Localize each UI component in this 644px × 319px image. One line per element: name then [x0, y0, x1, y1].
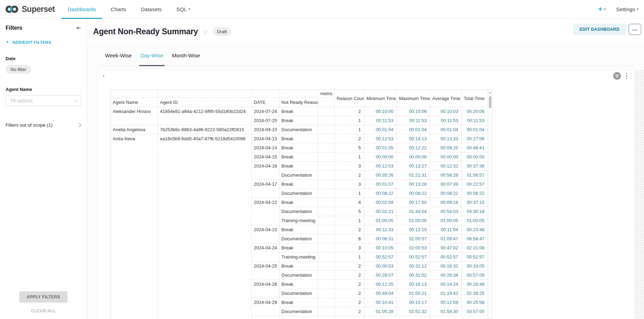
cell-agent-id	[158, 253, 252, 262]
cell-reason: Break	[279, 225, 318, 234]
cell-spacer	[318, 216, 335, 225]
cell-max-time: 00:15:17	[397, 298, 430, 307]
scrollbar-up-icon[interactable]: ▲	[488, 90, 492, 94]
metric-group-label: metric	[318, 90, 335, 98]
collapse-filters-icon[interactable]: ⇤	[77, 25, 81, 31]
cell-agent-id	[158, 216, 252, 225]
cell-spacer	[318, 162, 335, 171]
navbar: Superset Dashboards Charts Datasets SQL …	[0, 0, 644, 19]
scrollbar-thumb[interactable]	[489, 96, 491, 108]
cell-spacer	[318, 298, 335, 307]
edit-dashboard-button[interactable]: EDIT DASHBOARD	[573, 24, 626, 35]
cell-agent-name	[111, 289, 158, 298]
cell-total-time: 00:37:15	[462, 198, 488, 207]
chart-card: .	[99, 70, 634, 319]
tab-day-wise[interactable]: Day-Wise	[140, 52, 163, 63]
pivot-table-body: Aleksander Hristov41854e81-a64a-4212-8f9…	[111, 107, 488, 319]
new-item-button[interactable]: + ▾	[598, 6, 606, 13]
nav-item-charts[interactable]: Charts	[103, 0, 133, 19]
clear-all-button[interactable]: CLEAR ALL	[0, 309, 87, 313]
cell-date: 2024-04-29	[252, 298, 279, 307]
superset-logo[interactable]: Superset	[0, 5, 58, 14]
cell-reason-count: 6	[335, 234, 364, 243]
grid-dots-texture	[634, 70, 644, 319]
cell-max-time: 02:00:57	[397, 234, 430, 243]
add-edit-filters-button[interactable]: + ADD/EDIT FILTERS	[6, 40, 81, 45]
filters-title: Filters	[6, 25, 22, 31]
cell-avg-time: 00:09:20	[430, 143, 462, 153]
cell-min-time: 00:12:03	[364, 162, 397, 171]
nav-item-dashboards[interactable]: Dashboards	[60, 0, 103, 19]
cell-reason-count: 1	[335, 116, 364, 125]
cell-spacer	[318, 171, 335, 180]
cell-date: 2024-04-26	[252, 280, 279, 289]
tab-ink-bar	[139, 65, 164, 66]
metric-header-row: metric Reason Count Minimum Time Maximum…	[111, 90, 488, 98]
vertical-scrollbar[interactable]: ▲	[488, 90, 492, 319]
table-row: Documentation500:02:2101:44:5400:54:0304…	[111, 207, 488, 216]
cell-max-time: 00:13:28	[397, 180, 430, 189]
cell-min-time: 01:05:28	[364, 307, 397, 316]
cell-avg-time: 00:47:02	[430, 243, 462, 253]
tab-week-wise[interactable]: Week-Wise	[105, 52, 132, 63]
cell-min-time: 00:35:26	[364, 171, 397, 180]
cell-reason-count: 3	[335, 180, 364, 189]
cell-agent-name	[111, 116, 158, 125]
table-row: Training-meeting101:00:0501:00:0501:00:0…	[111, 216, 488, 225]
cell-date: 2024-04-25	[252, 262, 279, 271]
cell-total-time: 00:52:57	[462, 253, 488, 262]
apply-filters-button[interactable]: APPLY FILTERS	[19, 291, 68, 303]
cell-reason: Break	[279, 153, 318, 162]
cell-reason: Break	[279, 180, 318, 189]
navbar-right: + ▾ Settings ▾	[598, 6, 644, 13]
cell-reason-count: 1	[335, 125, 364, 134]
cell-agent-name: Anita Ilieva	[111, 134, 158, 143]
cell-date	[252, 253, 279, 262]
cell-date	[252, 216, 279, 225]
cell-min-time: 00:52:57	[364, 253, 397, 262]
cell-agent-id	[158, 180, 252, 189]
cell-reason-count: 2	[335, 298, 364, 307]
cell-agent-name	[111, 271, 158, 280]
cell-spacer	[318, 280, 335, 289]
tab-month-wise[interactable]: Month-Wise	[172, 52, 200, 63]
cell-min-time: 00:00:53	[364, 262, 397, 271]
cell-min-time: 00:12:35	[364, 280, 397, 289]
cell-max-time: 01:00:05	[397, 216, 430, 225]
filters-out-of-scope-row[interactable]: Filters out of scope (1)	[6, 122, 80, 128]
settings-menu[interactable]: Settings ▾	[616, 6, 638, 12]
dashboard-header-actions: EDIT DASHBOARD ...	[573, 24, 641, 35]
favorite-star-icon[interactable]: ☆	[203, 28, 208, 36]
cell-date: 2024-04-17	[252, 180, 279, 189]
cell-reason: Training-meeting	[279, 216, 318, 225]
nav-item-sql[interactable]: SQL ▾	[169, 0, 198, 19]
cell-max-time: 00:17:50	[397, 198, 430, 207]
nav-item-datasets[interactable]: Datasets	[134, 0, 169, 19]
cell-avg-time: 00:16:32	[430, 262, 462, 271]
cell-agent-id	[158, 298, 252, 307]
cell-reason: Training-meeting	[279, 253, 318, 262]
cell-reason: Break	[279, 162, 318, 171]
date-filter-chip[interactable]: No filter	[6, 65, 31, 74]
agent-name-select[interactable]: 79 options	[6, 95, 81, 106]
cell-reason: Documentation	[279, 125, 318, 134]
draft-badge: Draft	[213, 28, 231, 36]
more-options-button[interactable]: ...	[629, 24, 641, 35]
table-row: 2024-04-25Break200:00:5300:32:1200:16:32…	[111, 262, 488, 271]
kebab-menu-icon[interactable]	[625, 72, 628, 79]
cell-reason: Break	[279, 243, 318, 253]
settings-caret-icon: ▾	[637, 7, 638, 11]
select-placeholder: 79 options	[10, 98, 33, 104]
cell-total-time: 00:01:04	[462, 125, 488, 134]
cell-date: 2024-04-14	[252, 143, 279, 153]
nav-menu: Dashboards Charts Datasets SQL ▾	[60, 0, 197, 19]
cell-reason: Documentation	[279, 234, 318, 243]
cell-min-time: 00:10:05	[364, 243, 397, 253]
cell-reason-count: 3	[335, 162, 364, 171]
applied-filters-icon[interactable]	[613, 72, 621, 80]
cell-agent-id	[158, 162, 252, 171]
cell-spacer	[318, 316, 335, 319]
superset-infinity-icon	[5, 5, 19, 14]
cell-spacer	[318, 289, 335, 298]
cell-min-time: 00:02:21	[364, 207, 397, 216]
